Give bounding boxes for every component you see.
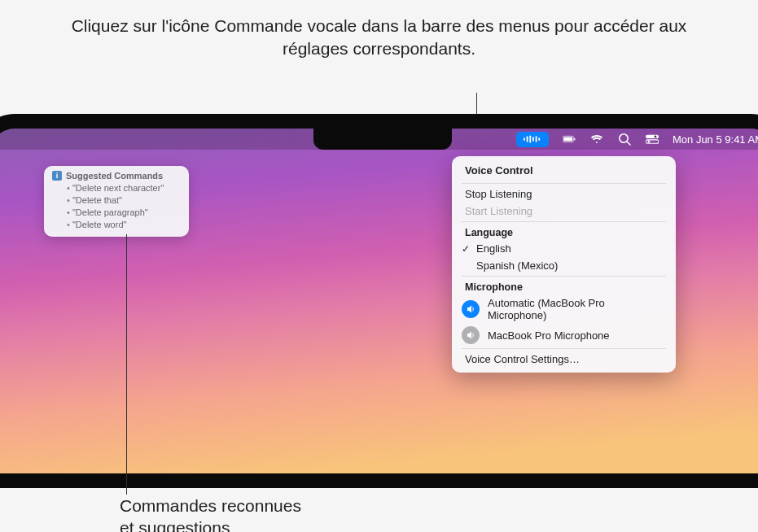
suggested-command-item: "Delete next character" (67, 182, 181, 194)
voice-control-menu-title: Voice Control (457, 161, 671, 181)
svg-rect-0 (524, 137, 525, 141)
svg-rect-2 (529, 135, 531, 142)
wifi-icon[interactable] (589, 132, 604, 146)
checkmark-icon: ✓ (462, 243, 470, 255)
suggested-commands-panel: i Suggested Commands "Delete next charac… (44, 166, 189, 237)
microphone-name: Automatic (MacBook Pro Microphone) (488, 297, 663, 321)
menu-divider (462, 348, 666, 349)
microphone-option-automatic[interactable]: Automatic (MacBook Pro Microphone) (457, 294, 671, 324)
svg-line-10 (627, 142, 630, 145)
menu-divider (462, 276, 666, 277)
control-center-icon[interactable] (645, 132, 659, 146)
voice-control-menu: Voice Control Stop Listening Start Liste… (452, 156, 676, 373)
svg-rect-8 (574, 137, 575, 140)
stop-listening-item[interactable]: Stop Listening (457, 185, 671, 203)
callout-bottom-text: Commandes reconnues et suggestions (120, 495, 301, 532)
svg-rect-4 (536, 136, 537, 142)
suggested-command-item: "Delete that" (67, 194, 181, 207)
battery-icon[interactable] (562, 132, 576, 146)
svg-rect-12 (646, 140, 659, 143)
language-section-label: Language (457, 224, 671, 240)
suggested-command-item: "Delete paragraph" (67, 207, 181, 219)
suggested-commands-title: Suggested Commands (66, 171, 163, 181)
svg-point-14 (647, 141, 650, 143)
callout-bottom-line2: et suggestions (120, 518, 230, 532)
suggested-commands-list: "Delete next character" "Delete that" "D… (52, 182, 181, 230)
microphone-name: MacBook Pro Microphone (488, 329, 610, 342)
language-name: Spanish (Mexico) (476, 259, 558, 272)
speaker-icon (462, 300, 480, 318)
callout-top-text: Cliquez sur l'icône Commande vocale dans… (0, 0, 758, 66)
language-name: English (476, 242, 511, 255)
suggested-command-item: "Delete word" (67, 219, 181, 231)
desktop-screen: Mon Jun 5 9:41 AM i Suggested Commands "… (0, 129, 758, 473)
suggested-commands-header: i Suggested Commands (52, 171, 181, 181)
svg-rect-7 (563, 137, 572, 142)
microphone-section-label: Microphone (457, 278, 671, 294)
language-option-english[interactable]: ✓ English (457, 240, 671, 257)
speaker-icon (462, 326, 480, 344)
voice-control-settings-item[interactable]: Voice Control Settings… (457, 351, 671, 368)
start-listening-item: Start Listening (457, 203, 671, 220)
svg-rect-5 (538, 137, 540, 141)
spotlight-search-icon[interactable] (617, 132, 632, 146)
menubar-datetime[interactable]: Mon Jun 5 9:41 AM (673, 133, 758, 146)
display-notch (313, 129, 452, 150)
svg-rect-11 (646, 135, 659, 138)
microphone-option-macbook[interactable]: MacBook Pro Microphone (457, 324, 671, 347)
callout-bottom-line1: Commandes reconnues (120, 496, 301, 515)
menu-divider (462, 183, 666, 184)
macbook-frame: Mon Jun 5 9:41 AM i Suggested Commands "… (0, 114, 758, 488)
language-option-spanish[interactable]: Spanish (Mexico) (457, 257, 671, 274)
info-icon: i (52, 171, 62, 181)
voice-control-menubar-icon[interactable] (516, 132, 549, 147)
svg-point-13 (655, 135, 657, 137)
menu-divider (462, 221, 666, 222)
svg-rect-3 (532, 137, 534, 142)
svg-rect-1 (527, 136, 528, 142)
callout-leader-line-bottom (126, 234, 127, 495)
